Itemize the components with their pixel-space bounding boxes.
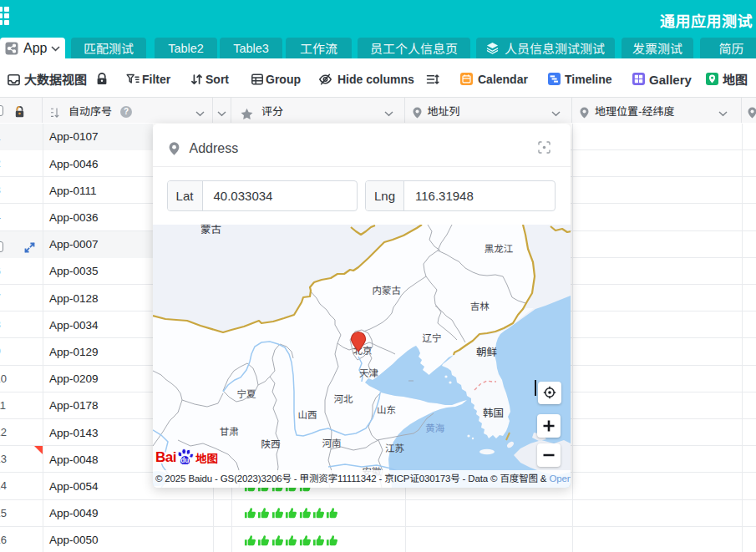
svg-text:河北: 河北 (333, 392, 353, 405)
svg-text:甘肃: 甘肃 (220, 424, 239, 438)
svg-text:陕西: 陕西 (261, 437, 280, 450)
svg-text:河南: 河南 (322, 436, 342, 449)
svg-text:江苏: 江苏 (385, 441, 404, 454)
svg-text:山东: 山东 (377, 403, 396, 416)
svg-text:朝鲜: 朝鲜 (476, 343, 497, 359)
svg-text:宁夏: 宁夏 (236, 387, 256, 400)
svg-text:黄海: 黄海 (425, 421, 444, 434)
svg-text:蒙古: 蒙古 (200, 225, 221, 236)
svg-text:du: du (180, 456, 189, 464)
svg-text:韩国: 韩国 (483, 404, 504, 420)
svg-text:天津: 天津 (359, 366, 378, 379)
svg-text:辽宁: 辽宁 (423, 331, 442, 344)
svg-text:黑龙江: 黑龙江 (485, 241, 514, 255)
svg-text:山西: 山西 (298, 408, 317, 421)
svg-text:吉林: 吉林 (470, 299, 490, 312)
svg-text:内蒙古: 内蒙古 (372, 283, 401, 296)
